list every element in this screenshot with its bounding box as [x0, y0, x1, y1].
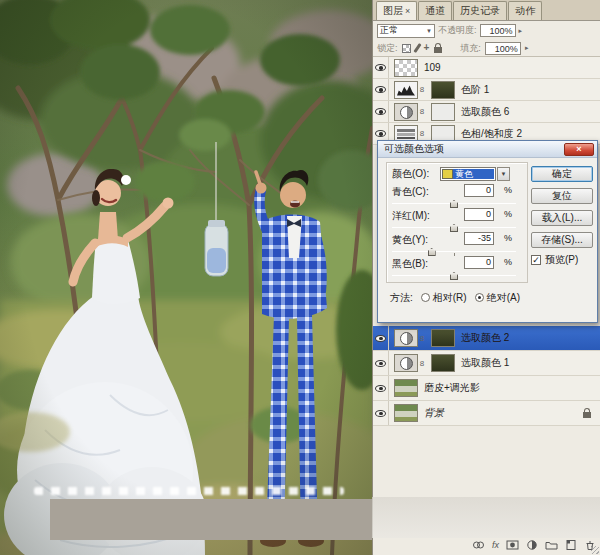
layer-name[interactable]: 选取颜色 2 — [461, 331, 509, 345]
eye-icon — [375, 410, 386, 417]
link-layers-icon[interactable] — [472, 539, 485, 551]
tab-actions[interactable]: 动作 — [508, 1, 542, 20]
visibility-toggle[interactable] — [373, 79, 389, 100]
layer-row-selective6[interactable]: 8 选取颜色 6 — [373, 101, 600, 123]
layer-name[interactable]: 选取颜色 1 — [461, 356, 509, 370]
tab-channels-label: 通道 — [425, 5, 445, 16]
color-dropdown[interactable]: 黄色 — [440, 167, 496, 181]
layer-name[interactable]: 色相/饱和度 2 — [461, 127, 522, 141]
selective-color-thumbnail[interactable] — [394, 354, 418, 372]
tab-history[interactable]: 历史记录 — [453, 1, 507, 20]
dialog-close-button[interactable]: × — [564, 143, 594, 156]
tab-actions-label: 动作 — [515, 5, 535, 16]
layer-mask-thumbnail[interactable] — [431, 81, 455, 99]
link-icon: 8 — [418, 129, 426, 138]
opacity-input[interactable]: 100% — [480, 24, 516, 37]
lock-all-icon[interactable] — [434, 47, 442, 53]
delete-layer-icon[interactable] — [584, 539, 596, 551]
blend-mode-select[interactable]: 正常 ▼ — [377, 24, 435, 38]
eye-icon — [375, 335, 386, 342]
visibility-toggle[interactable] — [373, 326, 389, 350]
layer-row-retouch[interactable]: 磨皮+调光影 — [373, 376, 600, 401]
new-group-icon[interactable] — [545, 539, 558, 551]
radio-icon[interactable] — [421, 293, 430, 302]
fill-spinner-icon[interactable]: ▸ — [525, 44, 529, 52]
chevron-down-icon[interactable]: ▼ — [497, 167, 510, 181]
radio-relative[interactable]: 相对(R) — [421, 291, 467, 305]
cyan-unit: % — [504, 185, 512, 195]
dialog-title: 可选颜色选项 — [384, 142, 564, 156]
visibility-toggle[interactable] — [373, 401, 389, 425]
layer-thumbnail[interactable] — [394, 404, 418, 422]
eye-icon — [375, 385, 386, 392]
layer-name[interactable]: 背景 — [424, 406, 444, 420]
tab-history-label: 历史记录 — [460, 5, 500, 16]
layer-mask-thumbnail[interactable] — [431, 103, 455, 121]
layer-style-icon[interactable]: fx — [492, 540, 499, 550]
layer-thumbnail[interactable] — [394, 379, 418, 397]
preview-label: 预览(P) — [545, 253, 578, 267]
selective-color-thumbnail[interactable] — [394, 103, 418, 121]
visibility-toggle[interactable] — [373, 376, 389, 400]
layer-row-109[interactable]: 109 — [373, 57, 600, 79]
layer-name[interactable]: 选取颜色 6 — [461, 105, 509, 119]
visibility-toggle[interactable] — [373, 101, 389, 122]
chevron-down-icon: ▼ — [426, 28, 432, 34]
radio-relative-label: 相对(R) — [433, 292, 467, 303]
photo-canvas[interactable] — [0, 0, 372, 555]
lock-position-icon[interactable]: + — [424, 43, 430, 53]
black-input[interactable]: 0 — [464, 256, 494, 269]
visibility-toggle[interactable] — [373, 57, 389, 78]
layer-mask-thumbnail[interactable] — [431, 354, 455, 372]
black-slider[interactable] — [392, 272, 516, 281]
slider-handle[interactable] — [450, 224, 458, 232]
tab-channels[interactable]: 通道 — [418, 1, 452, 20]
yellow-row: 黄色(Y): -35 % — [392, 233, 520, 255]
opacity-label: 不透明度: — [438, 24, 477, 37]
radio-absolute-label: 绝对(A) — [487, 292, 520, 303]
cyan-input[interactable]: 0 — [464, 184, 494, 197]
new-adjustment-layer-icon[interactable] — [526, 539, 538, 551]
layer-row-selective2[interactable]: 8 选取颜色 2 — [373, 326, 600, 351]
layer-name[interactable]: 109 — [424, 62, 441, 73]
slider-handle[interactable] — [450, 200, 458, 208]
magenta-slider[interactable] — [392, 224, 516, 233]
layer-name[interactable]: 磨皮+调光影 — [424, 381, 480, 395]
save-button[interactable]: 存储(S)... — [531, 232, 593, 248]
lock-pixels-brush-icon[interactable] — [413, 43, 421, 53]
fill-input[interactable]: 100% — [485, 42, 521, 55]
layer-row-levels1[interactable]: 8 色阶 1 — [373, 79, 600, 101]
yellow-slider[interactable] — [392, 248, 516, 257]
opacity-spinner-icon[interactable]: ▸ — [519, 27, 523, 35]
reset-button[interactable]: 复位 — [531, 188, 593, 204]
preview-row[interactable]: ✓ 预览(P) — [531, 253, 578, 267]
yellow-input[interactable]: -35 — [464, 232, 494, 245]
magenta-input[interactable]: 0 — [464, 208, 494, 221]
slider-handle[interactable] — [428, 248, 436, 256]
layer-name[interactable]: 色阶 1 — [461, 83, 489, 97]
lock-transparency-icon[interactable] — [402, 44, 411, 53]
slider-handle[interactable] — [450, 272, 458, 280]
cyan-slider[interactable] — [392, 200, 516, 209]
dialog-title-bar[interactable]: 可选颜色选项 × — [378, 141, 597, 158]
preview-checkbox[interactable]: ✓ — [531, 255, 541, 265]
levels-adjustment-thumbnail[interactable] — [394, 81, 418, 99]
tab-layers[interactable]: 图层× — [376, 1, 417, 20]
layer-mask-thumbnail[interactable] — [431, 329, 455, 347]
radio-absolute[interactable]: 绝对(A) — [475, 291, 520, 305]
load-button[interactable]: 载入(L)... — [531, 210, 593, 226]
add-mask-icon[interactable] — [506, 539, 519, 551]
new-layer-icon[interactable] — [565, 539, 577, 551]
layer-row-selective1[interactable]: 8 选取颜色 1 — [373, 351, 600, 376]
layer-row-background[interactable]: 背景 — [373, 401, 600, 426]
visibility-toggle[interactable] — [373, 351, 389, 375]
ok-button[interactable]: 确定 — [531, 166, 593, 182]
tab-close-icon[interactable]: × — [405, 6, 410, 16]
eye-icon — [375, 86, 386, 93]
slider-center-tick — [454, 253, 455, 256]
cyan-row: 青色(C): 0 % — [392, 185, 520, 207]
layer-thumbnail[interactable] — [394, 59, 418, 77]
eye-icon — [375, 64, 386, 71]
radio-icon-checked[interactable] — [475, 293, 484, 302]
selective-color-thumbnail[interactable] — [394, 329, 418, 347]
